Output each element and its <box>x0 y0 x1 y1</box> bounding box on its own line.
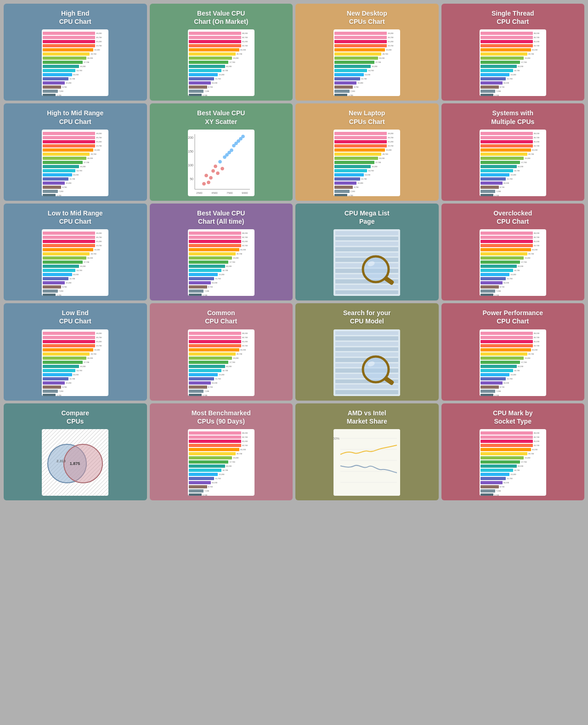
svg-text:50: 50 <box>190 177 193 181</box>
svg-text:200: 200 <box>188 136 193 139</box>
chart-thumb-compare: 2.3131.875 <box>42 429 108 496</box>
cell-title-mega-list: CPU Mega List Page <box>345 209 390 226</box>
svg-text:2.313: 2.313 <box>57 459 66 463</box>
cell-title-power-perf: Power Performance CPU Chart <box>483 309 543 325</box>
chart-thumb-mega-list <box>334 229 400 296</box>
svg-point-11 <box>211 169 215 172</box>
chart-thumb-low-end: 28,23026,73025,23023,73022,23020,73019,2… <box>42 329 108 396</box>
cell-title-new-desktop: New Desktop CPUs Chart <box>347 9 387 26</box>
svg-point-29 <box>363 256 389 282</box>
svg-point-14 <box>218 160 221 163</box>
cell-high-end[interactable]: High End CPU Chart28,23026,73025,23023,7… <box>4 4 147 101</box>
chart-thumb-new-desktop: 28,23026,73025,23023,73022,23020,73019,2… <box>334 29 400 96</box>
chart-thumb-most-bench: 28,23026,73025,23023,73022,23020,73019,2… <box>188 429 254 496</box>
cell-low-mid[interactable]: Low to Mid Range CPU Chart28,23026,73025… <box>4 204 147 300</box>
cell-title-high-end: High End CPU Chart <box>59 9 91 26</box>
cell-title-new-laptop: New Laptop CPUs Chart <box>349 109 385 125</box>
cell-single-thread[interactable]: Single Thread CPU Chart28,23026,73025,23… <box>441 4 585 101</box>
cell-new-laptop[interactable]: New Laptop CPUs Chart28,23026,73025,2302… <box>295 103 439 200</box>
cell-title-common: Common CPU Chart <box>205 309 237 325</box>
svg-point-22 <box>209 176 212 179</box>
chart-thumb-best-value-market: 28,23026,73025,23023,73022,23020,73019,2… <box>188 29 254 96</box>
svg-text:1.875: 1.875 <box>70 461 80 466</box>
cell-title-most-bench: Most Benchmarked CPUs (90 Days) <box>192 409 251 425</box>
cell-title-best-value-all: Best Value CPU Chart (All time) <box>197 209 245 226</box>
svg-point-26 <box>225 153 228 156</box>
main-grid: High End CPU Chart28,23026,73025,23023,7… <box>4 4 584 500</box>
cell-new-desktop[interactable]: New Desktop CPUs Chart28,23026,73025,230… <box>295 4 439 101</box>
cell-title-low-end: Low End CPU Chart <box>59 309 91 325</box>
cell-compare[interactable]: Compare CPUs2.3131.875 <box>4 403 147 500</box>
cell-multiple-cpu[interactable]: Systems with Multiple CPUs28,23026,73025… <box>441 103 585 200</box>
chart-thumb-single-thread: 28,23026,73025,23023,73022,23020,73019,2… <box>480 29 546 96</box>
cell-title-best-value-market: Best Value CPU Chart (On Market) <box>194 9 248 26</box>
chart-thumb-best-value-all: 28,23026,73025,23023,73022,23020,73019,2… <box>188 229 254 296</box>
cell-mega-list[interactable]: CPU Mega List Page <box>295 204 439 300</box>
cell-title-best-value-xy: Best Value CPU XY Scatter <box>197 109 245 125</box>
cell-title-overclocked: Overclocked CPU Chart <box>493 209 532 226</box>
svg-point-10 <box>204 174 208 177</box>
cell-search[interactable]: Search for your CPU Model <box>295 303 439 400</box>
svg-point-13 <box>214 164 217 168</box>
cell-high-mid[interactable]: High to Mid Range CPU Chart28,23026,7302… <box>4 103 147 200</box>
svg-text:9000: 9000 <box>242 192 248 194</box>
cell-title-amd-intel: AMD vs Intel Market Share <box>347 409 387 425</box>
cell-amd-intel[interactable]: AMD vs Intel Market Share60%40% <box>295 403 439 500</box>
chart-thumb-socket-type: 28,23026,73025,23023,73022,23020,73019,2… <box>480 429 546 496</box>
chart-thumb-amd-intel: 60%40% <box>334 429 400 496</box>
chart-thumb-search <box>334 329 400 396</box>
cell-socket-type[interactable]: CPU Mark by Socket Type28,23026,73025,23… <box>441 403 585 500</box>
cell-title-compare: Compare CPUs <box>61 409 89 425</box>
svg-point-24 <box>202 182 205 185</box>
chart-thumb-high-end: 28,23026,73025,23023,73022,23020,73019,2… <box>42 29 108 96</box>
cell-best-value-xy[interactable]: Best Value CPU XY Scatter200150100502500… <box>150 103 293 200</box>
chart-thumb-best-value-xy: 200150100502500450075009000 <box>188 130 254 196</box>
svg-text:2500: 2500 <box>196 192 203 194</box>
chart-thumb-new-laptop: 28,23026,73025,23023,73022,23020,73019,2… <box>334 130 400 196</box>
svg-point-21 <box>241 135 244 138</box>
cell-common[interactable]: Common CPU Chart28,23026,73025,23023,730… <box>150 303 293 400</box>
cell-title-single-thread: Single Thread CPU Chart <box>492 9 534 26</box>
svg-point-12 <box>207 181 210 184</box>
chart-thumb-high-mid: 28,23026,73025,23023,73022,23020,73019,2… <box>42 130 108 196</box>
cell-most-bench[interactable]: Most Benchmarked CPUs (90 Days)28,23026,… <box>150 403 293 500</box>
cell-overclocked[interactable]: Overclocked CPU Chart28,23026,73025,2302… <box>441 204 585 300</box>
svg-point-17 <box>230 148 233 152</box>
chart-thumb-power-perf: 28,23026,73025,23023,73022,23020,73019,2… <box>480 329 546 396</box>
chart-thumb-common: 28,23026,73025,23023,73022,23020,73019,2… <box>188 329 254 396</box>
chart-thumb-multiple-cpu: 28,23026,73025,23023,73022,23020,73019,2… <box>480 130 546 196</box>
svg-point-27 <box>234 142 237 145</box>
cell-low-end[interactable]: Low End CPU Chart28,23026,73025,23023,73… <box>4 303 147 400</box>
svg-point-25 <box>220 167 224 170</box>
svg-point-23 <box>216 171 219 175</box>
cell-title-high-mid: High to Mid Range CPU Chart <box>47 109 103 125</box>
cell-title-low-mid: Low to Mid Range CPU Chart <box>48 209 103 226</box>
cell-best-value-market[interactable]: Best Value CPU Chart (On Market)28,23026… <box>150 4 293 101</box>
cell-power-perf[interactable]: Power Performance CPU Chart28,23026,7302… <box>441 303 585 400</box>
cell-title-search: Search for your CPU Model <box>343 309 390 325</box>
svg-text:7500: 7500 <box>226 192 233 194</box>
svg-point-32 <box>363 357 389 382</box>
svg-text:150: 150 <box>188 150 193 153</box>
chart-thumb-overclocked: 28,23026,73025,23023,73022,23020,73019,2… <box>480 229 546 296</box>
cell-best-value-all[interactable]: Best Value CPU Chart (All time)28,23026,… <box>150 204 293 300</box>
cell-title-socket-type: CPU Mark by Socket Type <box>493 409 532 425</box>
svg-text:60%: 60% <box>334 437 339 440</box>
svg-text:100: 100 <box>188 164 193 167</box>
chart-thumb-low-mid: 28,23026,73025,23023,73022,23020,73019,2… <box>42 229 108 296</box>
svg-text:4500: 4500 <box>211 192 218 194</box>
cell-title-multiple-cpu: Systems with Multiple CPUs <box>491 109 534 125</box>
